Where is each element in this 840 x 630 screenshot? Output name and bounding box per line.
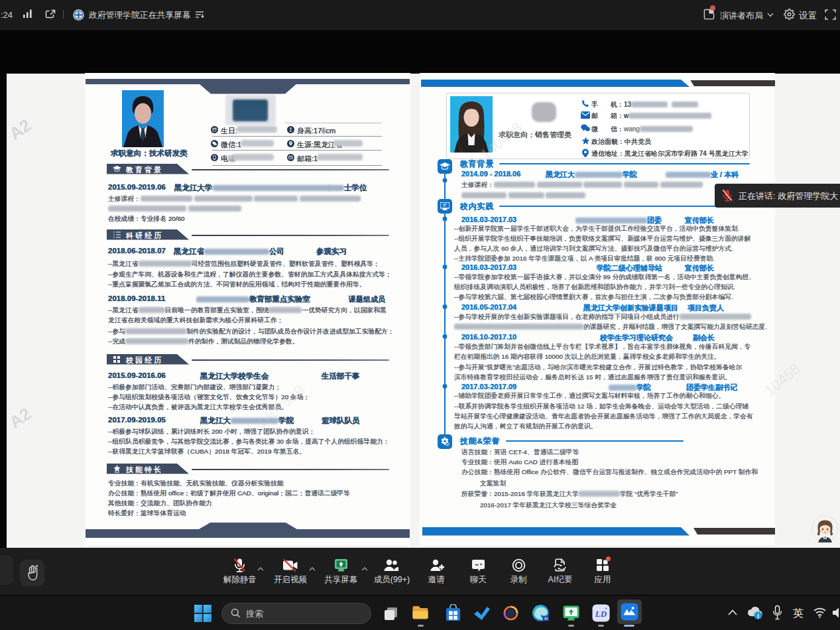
svg-text:i: i [757,613,759,619]
svg-text:LD: LD [595,609,607,619]
svg-text:AI: AI [544,616,548,621]
